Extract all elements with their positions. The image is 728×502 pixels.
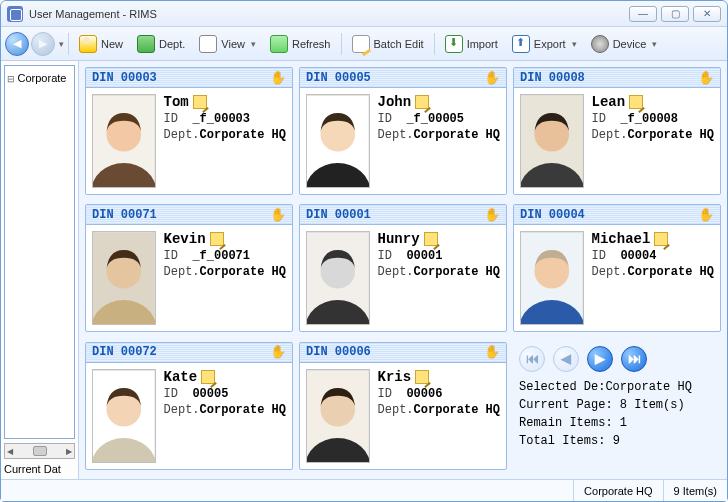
card-header: DIN 00072 ✋ [86,343,292,363]
edit-icon[interactable] [193,95,207,109]
avatar [520,94,584,188]
toolbar-separator [68,33,69,55]
titlebar: User Management - RIMS — ▢ ✕ [1,1,727,27]
edit-icon[interactable] [629,95,643,109]
user-dept: Corporate HQ [414,403,500,417]
view-icon [199,35,217,53]
statusbar: Corporate HQ 9 Item(s) [1,479,727,501]
user-name: Hunry [378,231,420,247]
gear-icon [591,35,609,53]
user-dept: Corporate HQ [200,403,286,417]
avatar [520,231,584,325]
page-next-button[interactable]: ▶ [587,346,613,372]
maximize-button[interactable]: ▢ [661,6,689,22]
user-name: Kevin [164,231,206,247]
user-card[interactable]: DIN 00006 ✋ Kris ID 00006 Dept.Corporate… [299,342,507,470]
hand-icon[interactable]: ✋ [270,70,286,86]
user-dept: Corporate HQ [628,128,714,142]
user-name: Tom [164,94,189,110]
user-card[interactable]: DIN 00004 ✋ Michael ID 00004 Dept.Corpor… [513,204,721,332]
edit-icon[interactable] [654,232,668,246]
user-card[interactable]: DIN 00005 ✋ John ID _f_00005 Dept.Corpor… [299,67,507,195]
close-button[interactable]: ✕ [693,6,721,22]
batch-edit-button[interactable]: Batch Edit [346,32,430,56]
card-din: DIN 00006 [306,345,371,359]
hand-icon[interactable]: ✋ [484,207,500,223]
card-header: DIN 00003 ✋ [86,68,292,88]
dept-tree[interactable]: Corporate [4,65,75,439]
user-name: Lean [592,94,626,110]
user-dept: Corporate HQ [200,128,286,142]
avatar [92,94,156,188]
card-din: DIN 00071 [92,208,157,222]
pager-panel: ⏮ ◀ ▶ ⏭ Selected De:Corporate HQ Current… [513,342,721,473]
user-name: Michael [592,231,651,247]
card-header: DIN 00001 ✋ [300,205,506,225]
minimize-button[interactable]: — [629,6,657,22]
hand-icon[interactable]: ✋ [270,344,286,360]
device-button[interactable]: Device ▾ [585,32,664,56]
user-name: John [378,94,412,110]
export-icon [512,35,530,53]
hand-icon[interactable]: ✋ [484,70,500,86]
view-button[interactable]: View ▾ [193,32,262,56]
nav-forward-button[interactable]: ▶ [31,32,55,56]
toolbar: ◀ ▶ ▾ New Dept. View ▾ Refresh Batch Edi… [1,27,727,61]
user-card[interactable]: DIN 00072 ✋ Kate ID 00005 Dept.Corporate… [85,342,293,470]
card-din: DIN 00072 [92,345,157,359]
card-header: DIN 00008 ✋ [514,68,720,88]
user-card-grid: DIN 00003 ✋ Tom ID _f_00003 Dept.Corpora… [85,67,721,473]
nav-history-dropdown[interactable]: ▾ [59,39,64,49]
nav-back-button[interactable]: ◀ [5,32,29,56]
avatar [306,369,370,463]
tree-hscrollbar[interactable]: ◀▶ [4,443,75,459]
import-icon [445,35,463,53]
hand-icon[interactable]: ✋ [484,344,500,360]
user-dept: Corporate HQ [414,128,500,142]
user-id: _f_00005 [406,112,464,126]
status-dept: Corporate HQ [573,480,662,501]
chevron-down-icon: ▾ [652,39,657,49]
hand-icon[interactable]: ✋ [270,207,286,223]
dept-button[interactable]: Dept. [131,32,191,56]
chevron-down-icon: ▾ [251,39,256,49]
user-id: 00006 [406,387,442,401]
user-card[interactable]: DIN 00001 ✋ Hunry ID 00001 Dept.Corporat… [299,204,507,332]
batch-edit-icon [352,35,370,53]
current-data-label: Current Dat [1,459,78,479]
status-count: 9 Item(s) [663,480,727,501]
export-button[interactable]: Export ▾ [506,32,583,56]
user-dept: Corporate HQ [414,265,500,279]
page-prev-button[interactable]: ◀ [553,346,579,372]
refresh-button[interactable]: Refresh [264,32,337,56]
edit-icon[interactable] [201,370,215,384]
hand-icon[interactable]: ✋ [698,207,714,223]
card-din: DIN 00005 [306,71,371,85]
user-new-icon [79,35,97,53]
edit-icon[interactable] [210,232,224,246]
page-last-button[interactable]: ⏭ [621,346,647,372]
edit-icon[interactable] [415,95,429,109]
card-din: DIN 00008 [520,71,585,85]
card-header: DIN 00005 ✋ [300,68,506,88]
edit-icon[interactable] [424,232,438,246]
avatar [306,231,370,325]
user-card[interactable]: DIN 00003 ✋ Tom ID _f_00003 Dept.Corpora… [85,67,293,195]
import-button[interactable]: Import [439,32,504,56]
page-first-button[interactable]: ⏮ [519,346,545,372]
card-din: DIN 00004 [520,208,585,222]
card-din: DIN 00001 [306,208,371,222]
user-card[interactable]: DIN 00071 ✋ Kevin ID _f_00071 Dept.Corpo… [85,204,293,332]
user-card[interactable]: DIN 00008 ✋ Lean ID _f_00008 Dept.Corpor… [513,67,721,195]
sidebar: Corporate ◀▶ Current Dat [1,61,79,479]
user-name: Kate [164,369,198,385]
hand-icon[interactable]: ✋ [698,70,714,86]
user-dept: Corporate HQ [200,265,286,279]
avatar [306,94,370,188]
app-window: User Management - RIMS — ▢ ✕ ◀ ▶ ▾ New D… [0,0,728,502]
tree-root-item[interactable]: Corporate [7,70,72,86]
main-panel: DIN 00003 ✋ Tom ID _f_00003 Dept.Corpora… [79,61,727,479]
new-button[interactable]: New [73,32,129,56]
edit-icon[interactable] [415,370,429,384]
card-din: DIN 00003 [92,71,157,85]
